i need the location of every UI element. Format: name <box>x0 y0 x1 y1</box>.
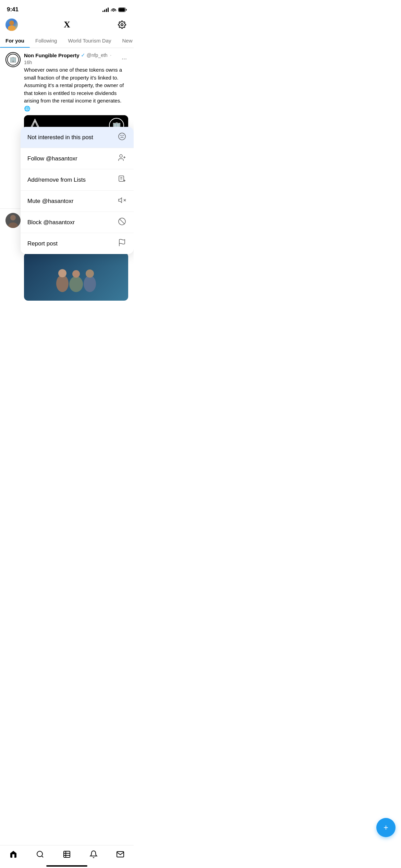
block-icon <box>117 217 127 227</box>
sad-face-icon <box>117 132 127 142</box>
svg-rect-13 <box>119 176 124 181</box>
volume-mute-icon <box>118 196 126 204</box>
frown-icon <box>118 132 126 141</box>
svg-point-10 <box>120 155 122 157</box>
svg-point-7 <box>119 133 125 140</box>
menu-item-mute[interactable]: Mute @hasantoxr <box>21 191 134 212</box>
ban-icon <box>118 217 126 226</box>
svg-line-22 <box>120 219 124 224</box>
menu-item-follow[interactable]: Follow @hasantoxr <box>21 148 134 169</box>
svg-marker-18 <box>119 198 122 203</box>
add-list-icon <box>118 175 126 183</box>
menu-item-report[interactable]: Report post <box>21 233 134 254</box>
context-menu-overlay[interactable]: Not interested in this post Follow @hasa… <box>0 0 134 305</box>
context-menu: Not interested in this post Follow @hasa… <box>21 127 134 254</box>
report-flag-icon <box>117 239 127 249</box>
flag-icon <box>118 239 126 247</box>
menu-item-not-interested[interactable]: Not interested in this post <box>21 127 134 148</box>
person-add-icon <box>118 154 126 162</box>
list-add-icon <box>117 175 127 185</box>
mute-icon <box>117 196 127 206</box>
menu-item-add-to-lists[interactable]: Add/remove from Lists <box>21 169 134 191</box>
follow-icon <box>117 154 127 164</box>
menu-item-block[interactable]: Block @hasantoxr <box>21 212 134 233</box>
